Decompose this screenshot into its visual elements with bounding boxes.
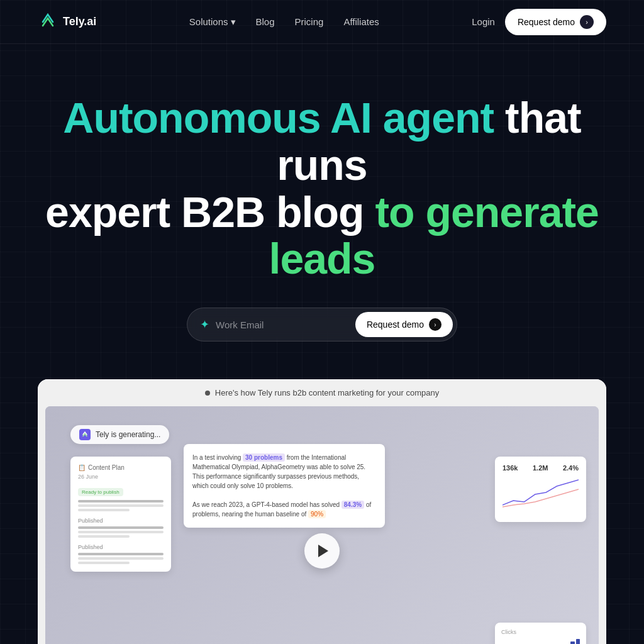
- line2: [78, 504, 164, 507]
- chevron-down-icon: ▾: [231, 16, 236, 28]
- video-label-text: Here's how Tely runs b2b content marketi…: [215, 388, 439, 397]
- ready-to-publish-badge: Ready to publish: [78, 488, 123, 496]
- logo-icon: [38, 12, 58, 32]
- nav-blog[interactable]: Blog: [256, 16, 275, 27]
- arrow-icon: ›: [580, 15, 594, 29]
- line3: [78, 509, 130, 511]
- tely-badge-icon: [79, 429, 91, 440]
- nav-pricing[interactable]: Pricing: [295, 16, 324, 27]
- email-input[interactable]: [216, 319, 355, 330]
- content-plan-panel: 📋 Content Plan 26 June Ready to publish …: [70, 457, 171, 572]
- hero-title-white2: expert B2B blog: [45, 188, 375, 236]
- play-button[interactable]: [304, 533, 340, 569]
- bar14: [570, 641, 574, 644]
- stats-row: 136k 1.2M 2.4%: [502, 464, 579, 472]
- article-panel: In a test involving 30 problems from the…: [184, 444, 385, 528]
- form-submit-button[interactable]: Request demo ›: [355, 312, 453, 337]
- tely-badge: Tely is generating...: [70, 425, 169, 444]
- line-chart: [502, 477, 579, 514]
- video-inner: Tely is generating... 📋 Content Plan 26 …: [45, 406, 599, 644]
- nav-solutions[interactable]: Solutions ▾: [189, 16, 236, 28]
- hero-section: Autonomous AI agent that runs expert B2B…: [0, 44, 644, 379]
- nav-links: Solutions ▾ Blog Pricing Affiliates: [189, 16, 379, 28]
- clicks-panel: Clicks: [495, 623, 586, 644]
- stat-136k: 136k: [502, 464, 518, 472]
- navbar-actions: Login Request demo ›: [472, 9, 606, 35]
- content-plan-date: 26 June: [78, 474, 164, 480]
- video-label-bar: Here's how Tely runs b2b content marketi…: [38, 379, 606, 406]
- nav-affiliates[interactable]: Affiliates: [343, 16, 379, 27]
- content-plan-lines: [78, 500, 164, 511]
- bar15: [576, 639, 580, 644]
- logo-text: Tely.ai: [63, 15, 96, 28]
- content-plan-section2: Published: [78, 544, 164, 564]
- asterisk-icon: ✦: [200, 318, 209, 331]
- video-section: Here's how Tely runs b2b content marketi…: [38, 379, 606, 644]
- video-dot: [205, 391, 210, 396]
- video-container: Tely is generating... 📋 Content Plan 26 …: [45, 406, 599, 644]
- hero-title-cyan: Autonomous AI agent: [63, 94, 494, 142]
- login-button[interactable]: Login: [472, 16, 495, 27]
- play-icon: [318, 545, 328, 557]
- hero-title: Autonomous AI agent that runs expert B2B…: [38, 94, 606, 282]
- email-form: ✦ Request demo ›: [187, 308, 457, 341]
- line1: [78, 500, 164, 502]
- content-plan-header: 📋 Content Plan: [78, 464, 164, 471]
- bar-chart: [501, 639, 580, 644]
- submit-arrow-icon: ›: [429, 318, 441, 331]
- logo[interactable]: Tely.ai: [38, 12, 96, 32]
- navbar: Tely.ai Solutions ▾ Blog Pricing Affilia…: [0, 0, 644, 44]
- stat-1-2m: 1.2M: [533, 464, 548, 472]
- request-demo-button[interactable]: Request demo ›: [505, 9, 606, 35]
- stats-panel: 136k 1.2M 2.4%: [495, 457, 586, 522]
- stat-2-4pct: 2.4%: [563, 464, 579, 472]
- content-plan-section1: Published: [78, 518, 164, 538]
